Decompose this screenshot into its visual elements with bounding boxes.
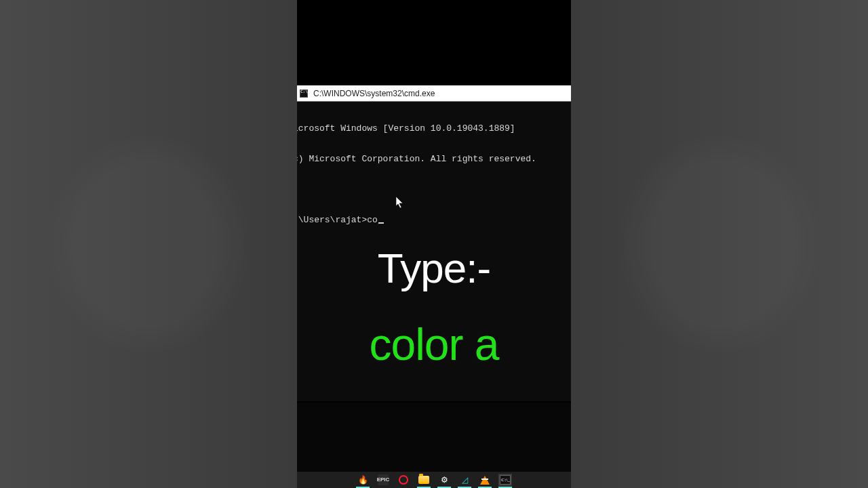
letterbox-bottom	[297, 403, 571, 472]
viewport: C:\WINDOWS\system32\cmd.exe icrosoft Win…	[0, 0, 868, 488]
pillarbox-left	[0, 0, 297, 488]
letterbox-top	[297, 0, 571, 85]
caption-command: color a	[297, 319, 571, 370]
terminal-line-version: icrosoft Windows [Version 10.0.19043.188…	[297, 123, 571, 134]
caption-type: Type:-	[297, 244, 571, 292]
file-explorer-icon	[418, 476, 429, 484]
terminal-blank-line	[297, 184, 571, 195]
terminal-cursor	[378, 222, 384, 224]
cmd-icon: C:\_	[500, 475, 511, 485]
window-title: C:\WINDOWS\system32\cmd.exe	[313, 89, 435, 98]
taskbar-item-vlc[interactable]	[478, 474, 492, 486]
settings-icon: ⚙	[439, 474, 450, 485]
taskbar-item-opera[interactable]	[397, 474, 410, 486]
taskbar-item-app[interactable]: ◿	[458, 474, 471, 486]
window-titlebar[interactable]: C:\WINDOWS\system32\cmd.exe	[297, 85, 571, 102]
cmd-window-icon	[298, 88, 309, 99]
app-icon: ◿	[459, 474, 470, 485]
taskbar-item-settings[interactable]: ⚙	[437, 474, 451, 486]
taskbar[interactable]: 🔥 EPIC ⚙ ◿ C:\_	[297, 472, 571, 488]
pillarbox-right	[571, 0, 868, 488]
epic-games-icon: EPIC	[378, 474, 389, 485]
terminal-prompt-text: :\Users\rajat>co	[297, 215, 378, 225]
taskbar-item-cmd[interactable]: C:\_	[498, 474, 512, 486]
vlc-icon	[480, 476, 490, 485]
taskbar-item-explorer[interactable]	[417, 474, 431, 486]
svg-marker-0	[396, 197, 403, 208]
taskbar-item-epic[interactable]: EPIC	[376, 474, 390, 486]
terminal-prompt-line: :\Users\rajat>co	[297, 215, 571, 225]
taskbar-item-firefox[interactable]: 🔥	[356, 474, 370, 486]
terminal-line-copyright: c) Microsoft Corporation. All rights res…	[297, 154, 571, 164]
phone-column: C:\WINDOWS\system32\cmd.exe icrosoft Win…	[297, 0, 571, 488]
opera-icon	[399, 475, 408, 485]
firefox-icon: 🔥	[357, 474, 368, 485]
